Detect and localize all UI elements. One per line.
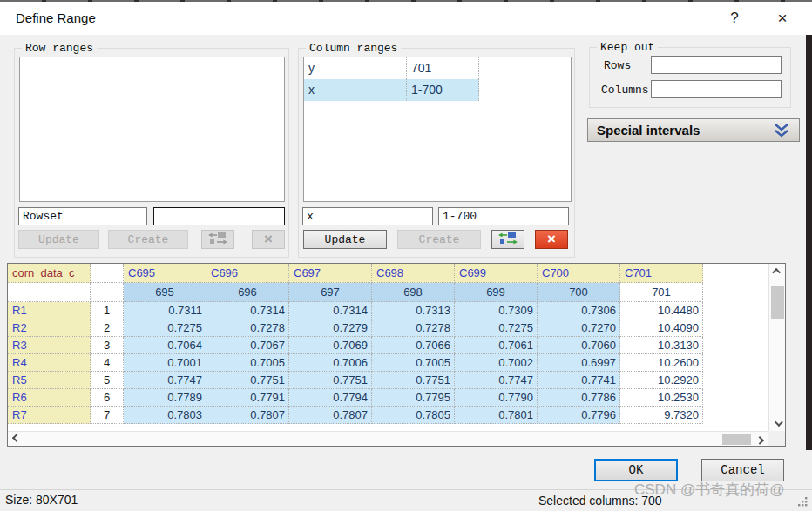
data-cell[interactable]: 0.7306 — [538, 302, 620, 319]
scroll-up-button[interactable] — [769, 264, 786, 279]
data-cell[interactable]: 0.7790 — [455, 389, 538, 407]
data-cell[interactable]: 0.7807 — [206, 407, 289, 424]
data-cell[interactable]: 0.7795 — [372, 389, 455, 407]
scroll-left-button[interactable] — [8, 432, 23, 447]
column-header[interactable]: C699 — [455, 264, 538, 283]
row-range-value-input[interactable] — [153, 207, 285, 225]
data-cell[interactable]: 0.7803 — [124, 407, 206, 424]
data-cell[interactable]: 0.7794 — [289, 389, 372, 407]
table-corner-cell[interactable]: corn_data_c — [8, 264, 91, 283]
unit-cell[interactable]: 700 — [538, 283, 620, 302]
row-number[interactable]: 1 — [91, 302, 124, 319]
data-cell[interactable]: 0.7801 — [455, 407, 538, 424]
cancel-button[interactable]: Cancel — [701, 459, 784, 481]
data-cell[interactable]: 0.7741 — [538, 372, 620, 389]
data-cell[interactable]: 0.7807 — [289, 407, 372, 424]
data-cell[interactable]: 0.7001 — [124, 354, 206, 372]
data-cell[interactable]: 0.7002 — [455, 354, 538, 372]
unit-cell[interactable]: 698 — [372, 283, 455, 302]
row-ranges-list[interactable] — [19, 57, 285, 202]
row-number[interactable]: 2 — [91, 319, 124, 337]
data-cell[interactable]: 0.7270 — [538, 319, 620, 337]
data-cell[interactable]: 0.6997 — [538, 354, 620, 372]
row-label[interactable]: R2 — [8, 319, 91, 337]
row-label[interactable]: R1 — [8, 302, 91, 319]
data-cell[interactable]: 0.7313 — [372, 302, 455, 319]
data-cell[interactable]: 0.7066 — [372, 337, 455, 354]
data-cell[interactable]: 0.7747 — [124, 372, 206, 389]
keep-out-rows-input[interactable] — [651, 56, 782, 74]
data-cell[interactable]: 0.7314 — [289, 302, 372, 319]
special-intervals-button[interactable]: Special intervals — [587, 118, 800, 142]
data-cell[interactable]: 10.2600 — [620, 354, 703, 372]
row-update-button[interactable]: Update — [18, 230, 99, 249]
resize-grip-icon[interactable] — [796, 495, 809, 508]
row-range-name-input[interactable] — [18, 207, 147, 225]
unit-cell[interactable]: 701 — [620, 283, 703, 302]
column-delete-button[interactable]: × — [535, 230, 568, 249]
unit-cell[interactable]: 695 — [124, 283, 206, 302]
data-cell[interactable]: 0.7791 — [206, 389, 289, 407]
column-header[interactable]: C698 — [372, 264, 455, 283]
row-label[interactable]: R7 — [8, 407, 91, 424]
horizontal-scroll-thumb[interactable] — [722, 434, 751, 445]
unit-cell[interactable]: 699 — [455, 283, 538, 302]
vertical-scrollbar[interactable] — [768, 264, 785, 431]
row-number[interactable]: 4 — [91, 354, 124, 372]
data-cell[interactable]: 0.7069 — [289, 337, 372, 354]
row-create-button[interactable]: Create — [108, 230, 188, 249]
data-cell[interactable]: 0.7751 — [289, 372, 372, 389]
data-cell[interactable]: 0.7751 — [206, 372, 289, 389]
help-button[interactable]: ? — [720, 2, 749, 35]
unit-cell[interactable]: 697 — [289, 283, 372, 302]
data-cell[interactable]: 0.7311 — [124, 302, 206, 319]
data-cell[interactable]: 0.7275 — [455, 319, 538, 337]
data-cell[interactable]: 10.4090 — [620, 319, 703, 337]
data-cell[interactable]: 0.7279 — [289, 319, 372, 337]
data-cell[interactable]: 0.7006 — [289, 354, 372, 372]
row-label[interactable]: R3 — [8, 337, 91, 354]
data-cell[interactable]: 0.7061 — [455, 337, 538, 354]
data-cell[interactable]: 0.7067 — [206, 337, 289, 354]
data-cell[interactable]: 0.7796 — [538, 407, 620, 424]
column-create-button[interactable]: Create — [397, 230, 481, 249]
data-cell[interactable]: 10.4480 — [620, 302, 703, 319]
data-cell[interactable]: 0.7060 — [538, 337, 620, 354]
row-number[interactable]: 3 — [91, 337, 124, 354]
column-ranges-list[interactable]: y 701 x 1-700 — [303, 57, 572, 202]
row-label[interactable]: R5 — [8, 372, 91, 389]
data-cell[interactable]: 0.7278 — [372, 319, 455, 337]
column-header[interactable]: C695 — [124, 264, 206, 283]
scroll-down-button[interactable] — [769, 416, 786, 431]
column-update-button[interactable]: Update — [303, 230, 387, 249]
column-header[interactable]: C697 — [289, 264, 372, 283]
ok-button[interactable]: OK — [594, 459, 678, 481]
data-cell[interactable]: 0.7275 — [124, 319, 206, 337]
data-cell[interactable]: 0.7278 — [206, 319, 289, 337]
row-number[interactable]: 7 — [91, 407, 124, 424]
list-item-x[interactable]: x 1-700 — [304, 79, 571, 101]
unit-cell[interactable]: 696 — [206, 283, 289, 302]
data-cell[interactable]: 0.7309 — [455, 302, 538, 319]
close-button[interactable]: × — [763, 2, 802, 35]
data-cell[interactable]: 9.7320 — [620, 407, 703, 424]
keep-out-columns-input[interactable] — [651, 80, 782, 98]
column-header[interactable]: C696 — [206, 264, 289, 283]
data-cell[interactable]: 10.2530 — [620, 389, 703, 407]
data-cell[interactable]: 0.7786 — [538, 389, 620, 407]
data-cell[interactable]: 0.7805 — [372, 407, 455, 424]
column-range-value-input[interactable] — [438, 207, 569, 225]
scroll-right-button[interactable] — [754, 432, 768, 447]
data-cell[interactable]: 0.7314 — [206, 302, 289, 319]
data-cell[interactable]: 10.2920 — [620, 372, 703, 389]
vertical-scroll-thumb[interactable] — [771, 286, 784, 319]
column-header[interactable]: C700 — [538, 264, 620, 283]
data-cell[interactable]: 10.3130 — [620, 337, 703, 354]
row-number[interactable]: 6 — [91, 389, 124, 407]
row-swap-button[interactable] — [201, 230, 234, 249]
column-range-name-input[interactable] — [302, 207, 433, 225]
data-cell[interactable]: 0.7005 — [372, 354, 455, 372]
data-cell[interactable]: 0.7789 — [124, 389, 206, 407]
list-item-y[interactable]: y 701 — [304, 57, 571, 79]
data-cell[interactable]: 0.7064 — [124, 337, 206, 354]
